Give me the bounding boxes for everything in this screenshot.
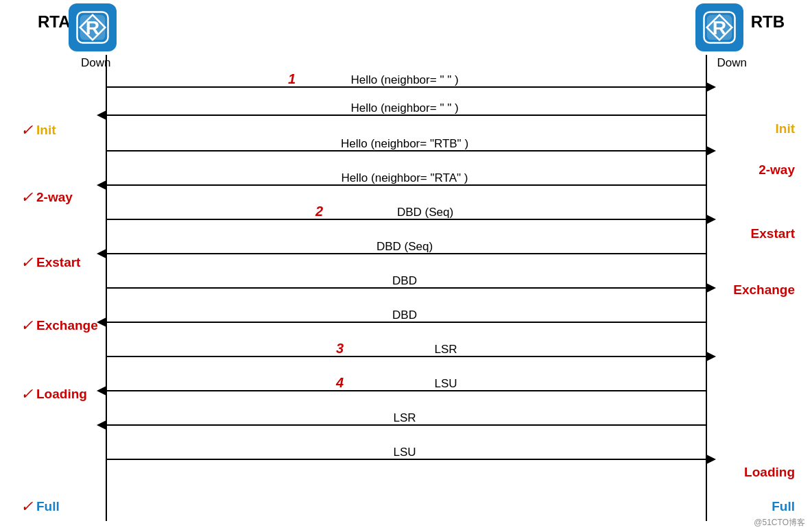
- svg-text:2: 2: [315, 204, 323, 219]
- watermark: @51CTO博客: [754, 517, 805, 529]
- state-exchange-right-label: Exchange: [733, 282, 795, 298]
- svg-marker-3: [706, 82, 716, 92]
- svg-text:1: 1: [288, 71, 296, 86]
- checkmark-loading-left: ✓: [21, 385, 33, 403]
- svg-text:LSU: LSU: [434, 377, 457, 390]
- state-exstart-left-label: Exstart: [36, 255, 80, 270]
- rta-router-icon: R: [69, 3, 117, 51]
- svg-marker-40: [706, 455, 716, 464]
- svg-marker-37: [97, 420, 106, 430]
- state-full-right: Full: [772, 499, 795, 514]
- state-twoway-right-label: 2-way: [759, 162, 795, 178]
- state-init-right-label: Init: [776, 121, 796, 136]
- state-exchange-left: ✓ Exchange: [21, 317, 98, 335]
- svg-marker-33: [97, 386, 106, 396]
- svg-marker-13: [97, 180, 106, 190]
- checkmark-twoway-left: ✓: [21, 189, 33, 206]
- checkmark-exstart-left: ✓: [21, 254, 33, 271]
- state-full-left-label: Full: [36, 499, 60, 514]
- state-init-left-label: Init: [36, 123, 56, 138]
- rta-label: RTA: [38, 12, 71, 32]
- svg-text:Hello  (neighbor=  " " ): Hello (neighbor= " " ): [350, 73, 458, 86]
- svg-marker-20: [97, 249, 106, 258]
- state-twoway-right: 2-way: [759, 162, 795, 178]
- svg-text:LSU: LSU: [393, 446, 416, 459]
- state-loading-right: Loading: [744, 465, 795, 480]
- svg-text:DBD: DBD: [392, 274, 417, 287]
- svg-text:4: 4: [335, 375, 344, 390]
- state-exstart-right-label: Exstart: [751, 226, 795, 241]
- svg-marker-16: [706, 215, 716, 224]
- svg-text:DBD  (Seq): DBD (Seq): [377, 240, 433, 253]
- state-init-left: ✓ Init: [21, 121, 56, 139]
- state-init-right: Init: [776, 121, 796, 136]
- rtb-router-icon: R: [695, 3, 743, 51]
- state-exstart-left: ✓ Exstart: [21, 254, 80, 271]
- svg-marker-10: [706, 146, 716, 156]
- svg-text:DBD: DBD: [392, 309, 417, 322]
- state-twoway-left-label: 2-way: [36, 190, 73, 205]
- diagram-svg: 1 Hello (neighbor= " " ) Hello (neighbor…: [0, 0, 812, 532]
- svg-text:Hello  (neighbor=  "RTA" ): Hello (neighbor= "RTA" ): [342, 171, 468, 184]
- state-exstart-right: Exstart: [751, 226, 795, 241]
- rtb-label: RTB: [751, 12, 785, 32]
- state-twoway-left: ✓ 2-way: [21, 189, 73, 206]
- svg-text:Hello  (neighbor=  "RTB" ): Hello (neighbor= "RTB" ): [341, 137, 468, 150]
- state-full-left: ✓ Full: [21, 498, 60, 516]
- state-loading-left-label: Loading: [36, 387, 87, 402]
- svg-marker-23: [706, 283, 716, 293]
- rtb-down-label: Down: [717, 56, 747, 70]
- svg-marker-26: [97, 317, 106, 327]
- svg-text:3: 3: [336, 341, 344, 356]
- svg-marker-29: [706, 352, 716, 361]
- checkmark-exchange-left: ✓: [21, 317, 33, 335]
- state-exchange-left-label: Exchange: [36, 318, 98, 333]
- checkmark-full-left: ✓: [21, 498, 33, 516]
- state-loading-right-label: Loading: [744, 465, 795, 480]
- svg-text:LSR: LSR: [393, 411, 416, 424]
- main-container: 1 Hello (neighbor= " " ) Hello (neighbor…: [0, 0, 812, 532]
- svg-text:DBD  (Seq): DBD (Seq): [397, 206, 453, 219]
- state-full-right-label: Full: [772, 499, 795, 514]
- checkmark-init-left: ✓: [21, 121, 33, 139]
- svg-text:LSR: LSR: [434, 343, 457, 356]
- state-exchange-right: Exchange: [733, 282, 795, 298]
- svg-text:Hello  (neighbor=  " " ): Hello (neighbor= " " ): [350, 101, 458, 114]
- rta-down-label: Down: [81, 56, 110, 70]
- state-loading-left: ✓ Loading: [21, 385, 87, 403]
- svg-marker-7: [97, 110, 106, 120]
